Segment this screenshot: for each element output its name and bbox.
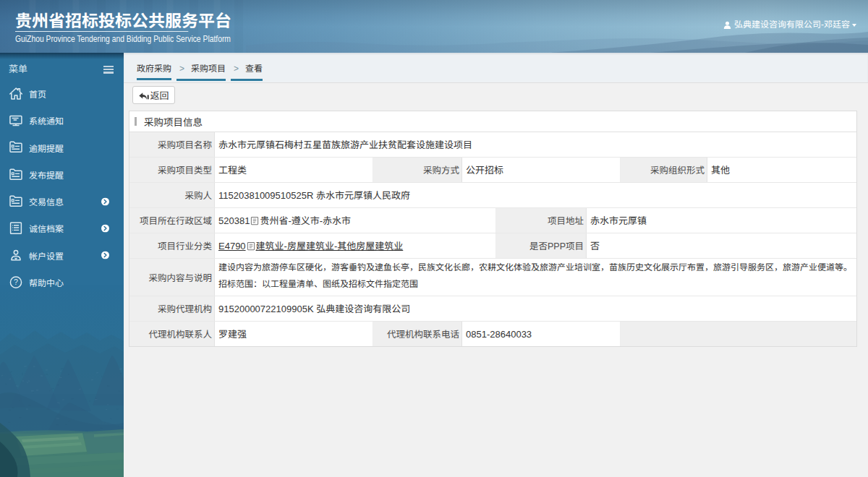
svg-text:?: ? <box>14 278 18 286</box>
